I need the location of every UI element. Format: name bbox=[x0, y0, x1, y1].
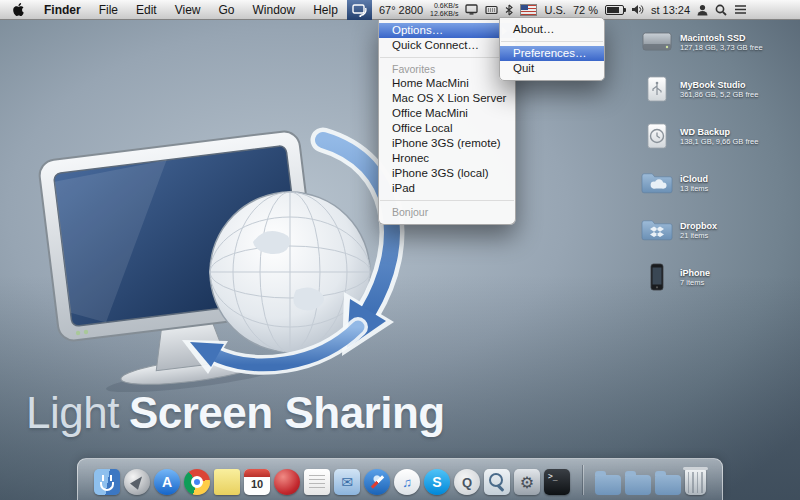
menu-header-bonjour: Bonjour bbox=[379, 205, 515, 219]
menu-edit[interactable]: Edit bbox=[127, 0, 166, 19]
internal-drive-icon bbox=[640, 28, 674, 56]
menu-go[interactable]: Go bbox=[210, 0, 244, 19]
backup-drive-icon bbox=[640, 122, 674, 150]
menu-window[interactable]: Window bbox=[244, 0, 305, 19]
network-speed-menu-extra[interactable]: 0.6KB/s 12.6KB/s bbox=[430, 2, 458, 18]
dropbox-folder-icon bbox=[640, 216, 674, 244]
menu-finder[interactable]: Finder bbox=[35, 0, 90, 19]
wallpaper: LightScreen Sharing Finder File Edit Vie… bbox=[0, 0, 800, 500]
dock-textedit-icon[interactable] bbox=[304, 469, 330, 495]
icon-info: 7 items bbox=[680, 278, 710, 287]
cloud-folder-icon bbox=[640, 169, 674, 197]
dock-stickies-icon[interactable] bbox=[214, 469, 240, 495]
desktop-icon-icloud[interactable]: iCloud13 items bbox=[640, 169, 778, 197]
hero-title-bold: Screen Sharing bbox=[129, 388, 445, 437]
submenu-item-about[interactable]: About… bbox=[500, 22, 604, 37]
spotlight-icon[interactable] bbox=[715, 4, 727, 16]
menu-help[interactable]: Help bbox=[304, 0, 347, 19]
dock-safari-icon[interactable] bbox=[364, 469, 390, 495]
icon-info: 21 items bbox=[680, 231, 717, 240]
desktop-icon-dropbox[interactable]: Dropbox21 items bbox=[640, 216, 778, 244]
input-source-flag-icon[interactable] bbox=[520, 4, 537, 16]
menu-header-favorites: Favorites bbox=[379, 62, 515, 76]
desktop-icon-iphone[interactable]: iPhone7 items bbox=[640, 263, 778, 291]
usb-drive-icon bbox=[640, 75, 674, 103]
dock-quicktime-icon[interactable] bbox=[454, 469, 480, 495]
icon-label: Dropbox bbox=[680, 221, 717, 231]
submenu-item-preferences[interactable]: Preferences… bbox=[500, 46, 604, 61]
dock-chrome-icon[interactable] bbox=[184, 469, 210, 495]
menu-item-iphone-local[interactable]: iPhone 3GS (local) bbox=[379, 166, 515, 181]
dock-folder-downloads-icon[interactable] bbox=[655, 475, 681, 495]
menu-separator bbox=[380, 57, 514, 58]
icon-label: WD Backup bbox=[680, 127, 758, 137]
menu-item-office-macmini[interactable]: Office MacMini bbox=[379, 106, 515, 121]
menu-item-office-local[interactable]: Office Local bbox=[379, 121, 515, 136]
dock: 10 bbox=[0, 458, 800, 500]
menu-separator bbox=[380, 200, 514, 201]
dock-skype-icon[interactable] bbox=[424, 469, 450, 495]
menu-file[interactable]: File bbox=[90, 0, 127, 19]
icon-label: iPhone bbox=[680, 268, 710, 278]
battery-icon[interactable] bbox=[605, 5, 624, 15]
dock-finder-icon[interactable] bbox=[94, 469, 120, 495]
hero-title-light: Light bbox=[26, 388, 119, 437]
icon-label: Macintosh SSD bbox=[680, 33, 763, 43]
icon-info: 361,86 GB, 5,2 GB free bbox=[680, 90, 758, 99]
dock-bar: 10 bbox=[77, 458, 723, 500]
screen-sharing-menu: Options… Quick Connect… Favorites Home M… bbox=[378, 20, 516, 225]
dock-preview-icon[interactable] bbox=[484, 469, 510, 495]
submenu-item-quit[interactable]: Quit bbox=[500, 61, 604, 76]
icon-label: MyBook Studio bbox=[680, 80, 758, 90]
dock-calendar-icon[interactable]: 10 bbox=[244, 469, 270, 495]
user-menu-extra-icon[interactable] bbox=[697, 4, 708, 16]
icon-info: 127,18 GB, 3,73 GB free bbox=[680, 43, 763, 52]
volume-menu-extra-icon[interactable] bbox=[631, 4, 644, 15]
bluetooth-menu-extra-icon[interactable] bbox=[505, 4, 513, 16]
dock-istat-icon[interactable] bbox=[274, 469, 300, 495]
display-menu-extra-icon[interactable] bbox=[465, 4, 478, 15]
dock-itunes-icon[interactable] bbox=[394, 469, 420, 495]
battery-percent-label[interactable]: 72 % bbox=[573, 4, 598, 16]
dock-folder-documents-icon[interactable] bbox=[625, 475, 651, 495]
dock-launchpad-icon[interactable] bbox=[124, 469, 150, 495]
clock-menu-extra[interactable]: st 13:24 bbox=[651, 4, 690, 16]
notification-center-icon[interactable] bbox=[734, 4, 747, 15]
input-source-label[interactable]: U.S. bbox=[544, 4, 565, 16]
istat-menu-extra[interactable]: 67° 2800 bbox=[379, 4, 423, 16]
menu-item-ipad[interactable]: iPad bbox=[379, 181, 515, 196]
menu-item-iphone-remote[interactable]: iPhone 3GS (remote) bbox=[379, 136, 515, 151]
apple-menu[interactable] bbox=[10, 0, 35, 19]
calendar-day-label: 10 bbox=[244, 478, 270, 490]
menu-item-lion-server[interactable]: Mac OS X Lion Server bbox=[379, 91, 515, 106]
menu-item-quick-connect[interactable]: Quick Connect… bbox=[379, 38, 515, 53]
hero-title: LightScreen Sharing bbox=[26, 388, 445, 438]
icon-label: iCloud bbox=[680, 174, 708, 184]
apple-logo-icon bbox=[12, 3, 25, 16]
desktop-icon-mybook-studio[interactable]: MyBook Studio361,86 GB, 5,2 GB free bbox=[640, 75, 778, 103]
icon-info: 138,1 GB, 9,66 GB free bbox=[680, 137, 758, 146]
screen-sharing-icon bbox=[352, 3, 367, 17]
menu-item-home-macmini[interactable]: Home MacMini bbox=[379, 76, 515, 91]
menubar: Finder File Edit View Go Window Help 67°… bbox=[0, 0, 800, 20]
menu-item-options-label: Options… bbox=[392, 23, 443, 38]
dock-separator bbox=[582, 465, 583, 495]
dock-terminal-icon[interactable] bbox=[544, 469, 570, 495]
screen-sharing-menu-extra[interactable] bbox=[347, 0, 372, 20]
desktop-icon-wd-backup[interactable]: WD Backup138,1 GB, 9,66 GB free bbox=[640, 122, 778, 150]
icon-info: 13 items bbox=[680, 184, 708, 193]
dock-folder-applications-icon[interactable] bbox=[595, 475, 621, 495]
net-up-label: 0.6KB/s bbox=[434, 2, 459, 10]
desktop-icon-macintosh-ssd[interactable]: Macintosh SSD127,18 GB, 3,73 GB free bbox=[640, 28, 778, 56]
menu-item-options[interactable]: Options… bbox=[379, 23, 515, 38]
menu-view[interactable]: View bbox=[166, 0, 210, 19]
options-submenu: About… Preferences… Quit bbox=[499, 17, 605, 81]
menu-item-hronec[interactable]: Hronec bbox=[379, 151, 515, 166]
submenu-separator bbox=[501, 41, 603, 42]
dock-app-store-icon[interactable] bbox=[154, 469, 180, 495]
desktop-icons: Macintosh SSD127,18 GB, 3,73 GB free MyB… bbox=[640, 28, 778, 291]
keyboard-menu-extra-icon[interactable] bbox=[485, 5, 498, 15]
dock-mail-icon[interactable] bbox=[334, 469, 360, 495]
dock-trash-icon[interactable] bbox=[685, 469, 706, 495]
dock-system-preferences-icon[interactable] bbox=[514, 469, 540, 495]
